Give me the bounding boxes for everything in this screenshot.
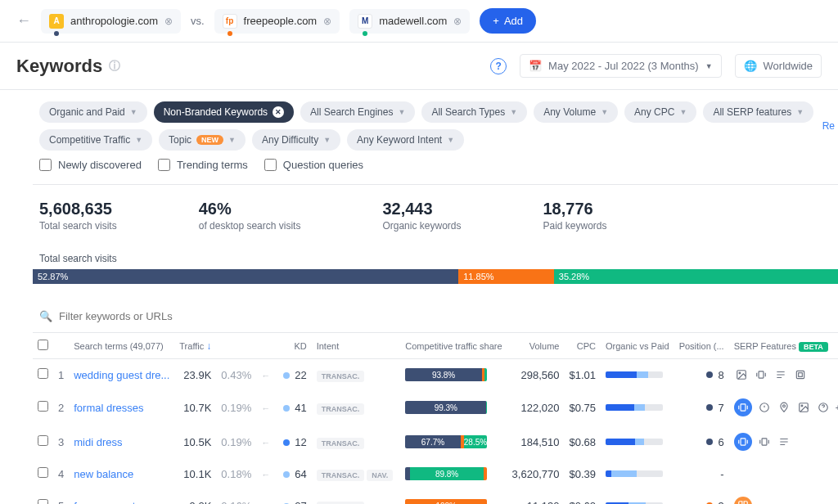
intent-tag: TRANSAC.	[317, 403, 365, 415]
row-index: 3	[53, 425, 69, 459]
svg-rect-11	[741, 439, 746, 445]
filter-label: Any Volume	[543, 106, 596, 118]
filter-chip[interactable]: Non-Branded Keywords✕	[154, 101, 294, 123]
info-icon[interactable]: ⓘ	[109, 59, 120, 74]
remove-competitor-icon[interactable]: ⊗	[453, 16, 462, 27]
filter-chip[interactable]: All Search Types▼	[421, 101, 527, 123]
select-all-checkbox[interactable]	[38, 340, 48, 350]
serp-carousel-icon	[757, 434, 772, 449]
keyword-link[interactable]: wedding guest dre...	[74, 369, 169, 381]
keyword-filter-row: 🔍	[33, 300, 838, 332]
competitor-pill[interactable]: Mmadewell.com⊗	[349, 9, 470, 34]
kd-value: 22	[278, 359, 311, 391]
metric-label: Paid keywords	[543, 220, 606, 232]
reset-link[interactable]: Re	[822, 120, 835, 132]
position-cell: 8	[679, 369, 724, 381]
checkbox-row: Newly discoveredTrending termsQuestion q…	[33, 151, 838, 185]
filter-checkbox[interactable]: Newly discovered	[39, 159, 142, 171]
traffic-value: 23.9K	[174, 359, 216, 391]
col-cpc[interactable]: CPC	[564, 333, 601, 359]
filter-label: Any Difficulty	[262, 134, 318, 146]
row-checkbox[interactable]	[38, 368, 48, 379]
serp-features	[734, 367, 838, 382]
filter-chip[interactable]: All Search Engines▼	[300, 101, 415, 123]
filter-label: Topic	[169, 134, 191, 146]
add-competitor-button[interactable]: +Add	[480, 8, 536, 34]
row-index: 5	[53, 488, 69, 504]
competitor-pill[interactable]: fpfreepeople.com⊗	[214, 9, 340, 34]
row-checkbox[interactable]	[38, 435, 48, 446]
competitor-domain: anthropologie.com	[70, 15, 158, 27]
row-checkbox[interactable]	[38, 499, 48, 504]
row-checkbox[interactable]	[38, 401, 48, 412]
intent-cell: TRANSAC.	[312, 390, 401, 425]
keyword-link[interactable]: fp movement	[74, 500, 135, 505]
date-range-picker[interactable]: 📅 May 2022 - Jul 2022 (3 Months) ▼	[520, 54, 721, 78]
col-ovp[interactable]: Organic vs Paid	[601, 333, 674, 359]
row-index: 1	[53, 359, 69, 391]
serp-image-icon	[734, 367, 749, 382]
cpc-value: $0.62	[564, 488, 601, 504]
bar-segment: 35.28%	[554, 269, 838, 284]
traffic-share-bar: 52.87%11.85%35.28%	[33, 269, 838, 284]
page-title: Keywords ⓘ	[16, 56, 120, 77]
serp-local-icon	[793, 367, 808, 382]
row-checkbox[interactable]	[38, 467, 48, 478]
svg-rect-5	[741, 404, 746, 411]
col-share[interactable]: Competitive traffic share	[400, 333, 507, 359]
filter-chip[interactable]: Any Difficulty▼	[252, 129, 340, 151]
volume-value: 122,020	[507, 390, 565, 425]
intent-tag: TRANSAC.	[317, 438, 365, 449]
col-kd[interactable]: KD	[278, 333, 311, 359]
filter-checkbox[interactable]: Question queries	[264, 159, 363, 171]
traffic-value: 10.7K	[174, 390, 216, 425]
keyword-link[interactable]: midi dress	[74, 436, 122, 448]
remove-competitor-icon[interactable]: ⊗	[164, 16, 173, 27]
metrics-row: 5,608,635Total search visits46%of deskto…	[33, 185, 838, 246]
intent-cell: TRANSAC.	[312, 425, 401, 459]
serp-carousel-icon	[734, 398, 752, 416]
col-position[interactable]: Position (...	[674, 333, 729, 359]
trend-arrow-icon: ←	[261, 502, 270, 505]
col-serp[interactable]: SERP Features BETA	[729, 333, 838, 359]
row-index: 2	[53, 390, 69, 425]
metric-label: of desktop search visits	[199, 220, 301, 232]
intent-tag: TRANSAC.	[317, 470, 365, 481]
filter-chip[interactable]: Any CPC▼	[624, 101, 696, 123]
filter-chip[interactable]: Organic and Paid▼	[39, 101, 147, 123]
filter-chip[interactable]: TopicNEW▼	[159, 129, 246, 151]
remove-competitor-icon[interactable]: ⊗	[323, 16, 331, 27]
svg-point-1	[739, 372, 741, 374]
help-icon[interactable]: ?	[490, 58, 507, 74]
ovp-bar	[606, 404, 663, 411]
filter-chip[interactable]: Competitive Traffic▼	[39, 129, 152, 151]
share-bar: 89.8%	[405, 467, 487, 480]
share-bar: 100%	[405, 499, 487, 504]
keyword-link[interactable]: new balance	[74, 468, 133, 480]
metric-value: 18,776	[543, 200, 606, 218]
table-row: 1 wedding guest dre... 23.9K 0.43% ← 22 …	[33, 359, 838, 391]
back-arrow-icon[interactable]: ←	[16, 12, 31, 29]
serp-features: +1	[734, 398, 838, 416]
filter-chip[interactable]: All SERP features▼	[703, 101, 813, 123]
col-intent[interactable]: Intent	[312, 333, 401, 359]
keyword-link[interactable]: formal dresses	[74, 402, 143, 414]
bar-segment: 52.87%	[33, 269, 458, 284]
competitor-pill[interactable]: Aanthropologie.com⊗	[41, 9, 181, 34]
region-picker[interactable]: 🌐 Worldwide	[735, 54, 822, 78]
serp-faq-icon	[816, 400, 831, 415]
search-icon: 🔍	[39, 310, 52, 322]
clear-filter-icon[interactable]: ✕	[273, 106, 284, 118]
col-traffic[interactable]: Traffic ↓	[174, 333, 216, 359]
col-search-terms[interactable]: Search terms (49,077)	[69, 333, 174, 359]
filter-chip[interactable]: Any Volume▼	[534, 101, 618, 123]
competitor-favicon: M	[358, 14, 372, 29]
position-cell: 6	[679, 436, 724, 448]
col-volume[interactable]: Volume	[507, 333, 565, 359]
filter-chip[interactable]: Any Keyword Intent▼	[347, 129, 464, 151]
filter-checkbox[interactable]: Trending terms	[158, 159, 248, 171]
keyword-filter-input[interactable]	[59, 310, 304, 322]
table-row: 4 new balance 10.1K 0.18% ← 64 TRANSAC.N…	[33, 459, 838, 488]
traffic-value: 9.2K	[174, 488, 216, 504]
intent-tag: TRANSAC.	[317, 502, 365, 505]
